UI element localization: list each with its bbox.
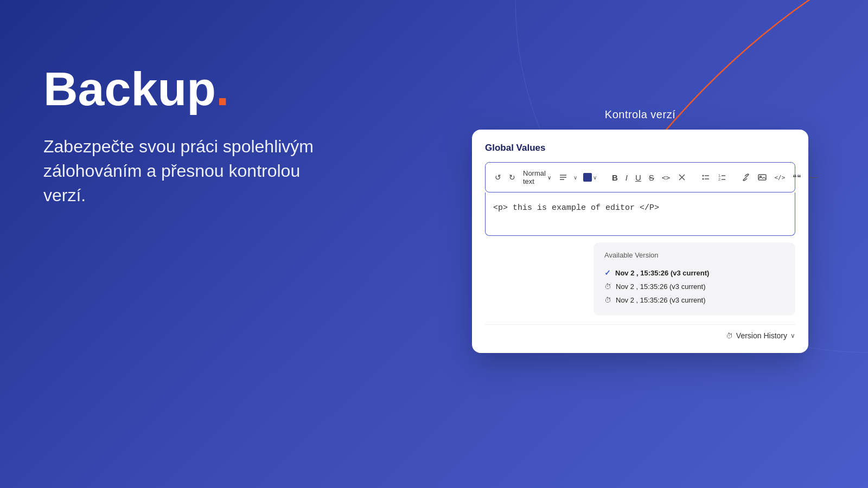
version-label-3: Nov 2 , 15:35:26 (v3 current) — [616, 296, 705, 304]
version-history-button[interactable]: ⏱ Version History ∨ — [726, 331, 795, 340]
version-item-1[interactable]: ✓ Nov 2 , 15:35:26 (v3 current) — [604, 266, 784, 280]
divider-button[interactable]: — — [807, 171, 819, 183]
normal-text-caret: ∨ — [547, 175, 551, 181]
normal-text-label: Normal text — [523, 169, 546, 185]
svg-text:1.: 1. — [718, 174, 722, 177]
color-caret: ∨ — [593, 175, 597, 181]
history-clock-icon: ⏱ — [726, 332, 733, 340]
image-button[interactable] — [756, 172, 768, 183]
right-section: Kontrola verzí Global Values ↺ ↻ Normal … — [472, 108, 808, 353]
normal-text-dropdown[interactable]: Normal text ∨ — [521, 168, 553, 187]
bullet-list-button[interactable] — [700, 172, 712, 183]
paragraph-button[interactable] — [557, 172, 569, 183]
underline-button[interactable]: U — [634, 172, 643, 183]
clock-icon-3: ⏱ — [604, 296, 611, 304]
quote-button[interactable]: ❝❝ — [791, 172, 803, 183]
card-footer: ⏱ Version History ∨ — [485, 324, 795, 340]
strikethrough-button[interactable]: S — [647, 172, 656, 183]
color-swatch — [583, 173, 592, 182]
code-block-button[interactable]: </> — [773, 173, 787, 182]
color-picker-button[interactable]: ∨ — [582, 172, 598, 183]
editor-card: Global Values ↺ ↻ Normal text ∨ ∨ ∨ — [472, 130, 808, 353]
svg-line-12 — [745, 176, 747, 178]
check-icon-1: ✓ — [604, 268, 611, 277]
clear-format-button[interactable] — [676, 172, 688, 183]
brand-title: Backup. — [43, 65, 347, 113]
editor-content[interactable]: <p> this is example of editor </P> — [485, 192, 795, 236]
paragraph-caret: ∨ — [573, 175, 577, 181]
link-button[interactable] — [740, 172, 752, 183]
brand-subtitle: Zabezpečte svou práci spolehlivým záloho… — [43, 134, 347, 207]
bold-button[interactable]: B — [610, 172, 620, 183]
svg-point-4 — [703, 175, 704, 177]
svg-text:2.: 2. — [718, 177, 722, 181]
card-title: Global Values — [485, 143, 795, 153]
left-section: Backup. Zabezpečte svou práci spolehlivý… — [43, 65, 347, 207]
chevron-down-icon: ∨ — [790, 332, 795, 339]
version-history-label: Version History — [736, 331, 787, 340]
version-item-2[interactable]: ⏱ Nov 2 , 15:35:26 (v3 current) — [604, 280, 784, 293]
clock-icon-2: ⏱ — [604, 282, 611, 291]
version-label-2: Nov 2 , 15:35:26 (v3 current) — [616, 282, 705, 291]
version-dropdown-title: Available Version — [604, 251, 784, 259]
editor-toolbar: ↺ ↻ Normal text ∨ ∨ ∨ B I — [485, 162, 795, 192]
inline-code-button[interactable]: <> — [660, 172, 672, 183]
version-label-1: Nov 2 , 15:35:26 (v3 current) — [615, 269, 709, 277]
version-item-3[interactable]: ⏱ Nov 2 , 15:35:26 (v3 current) — [604, 293, 784, 307]
ordered-list-button[interactable]: 1.2. — [716, 172, 728, 183]
card-label: Kontrola verzí — [472, 108, 808, 121]
svg-point-6 — [703, 178, 704, 180]
svg-rect-13 — [758, 175, 766, 180]
version-dropdown: Available Version ✓ Nov 2 , 15:35:26 (v3… — [593, 242, 795, 316]
undo-button[interactable]: ↺ — [493, 172, 503, 183]
italic-button[interactable]: I — [624, 172, 629, 183]
redo-button[interactable]: ↻ — [507, 172, 517, 183]
